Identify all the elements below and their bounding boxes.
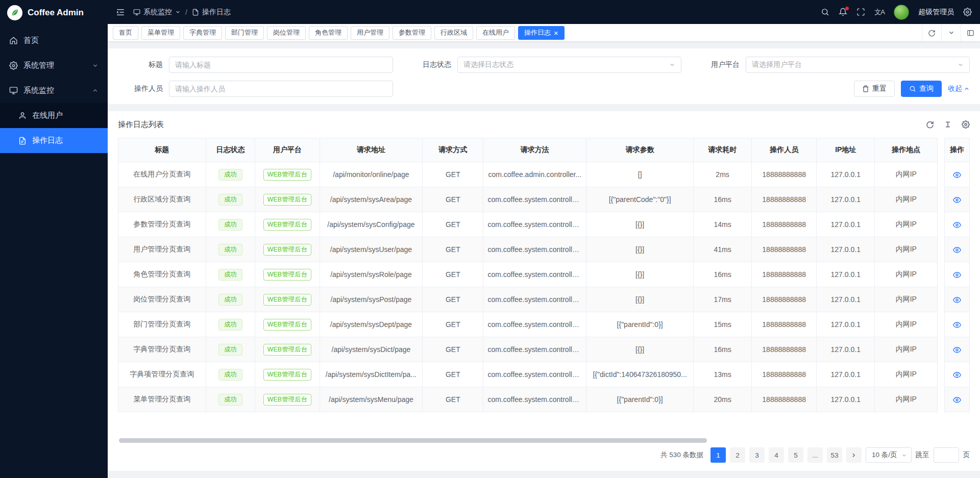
search-button[interactable]: 查询	[901, 81, 942, 97]
breadcrumb-item-monitor[interactable]: 系统监控	[133, 8, 181, 17]
refresh-tab-icon[interactable]	[922, 24, 941, 41]
view-detail-icon[interactable]	[953, 321, 961, 329]
cell-params: [{"parentId":0}]	[586, 387, 694, 412]
row-height-icon[interactable]	[944, 120, 952, 129]
filter-field-user-platform: 用户平台 请选择用户平台	[695, 57, 970, 73]
refresh-table-icon[interactable]	[926, 120, 934, 129]
tab-操作日志[interactable]: 操作日志×	[518, 26, 565, 40]
view-detail-icon[interactable]	[953, 171, 961, 179]
view-detail-icon[interactable]	[953, 371, 961, 379]
notification-bell-icon[interactable]	[839, 8, 847, 16]
cell-params: [{}]	[586, 262, 694, 287]
breadcrumb-label: 操作日志	[202, 8, 231, 17]
app-logo[interactable]: Coffee Admin	[0, 0, 108, 25]
fullscreen-icon[interactable]	[856, 8, 865, 16]
cell-method: GET	[423, 162, 483, 187]
page-button-3[interactable]: 3	[749, 447, 765, 463]
page-ellipsis[interactable]: ...	[807, 447, 823, 463]
next-page-button[interactable]	[846, 447, 862, 463]
log-table: 标题日志状态用户平台请求地址请求方式请求方法请求参数请求耗时操作人员IP地址操作…	[118, 138, 970, 412]
tab-角色管理[interactable]: 角色管理	[309, 26, 348, 40]
cell-location: 内网IP	[875, 337, 938, 362]
view-detail-icon[interactable]	[953, 246, 961, 254]
collapse-filters-button[interactable]: 收起	[948, 84, 970, 93]
field-label: 日志状态	[406, 60, 457, 69]
cell-url: /api/system/sysPost/page	[320, 287, 423, 312]
tab-用户管理[interactable]: 用户管理	[351, 26, 389, 40]
tab-首页[interactable]: 首页	[113, 26, 138, 40]
sidebar-item-home[interactable]: 首页	[0, 28, 108, 53]
view-detail-icon[interactable]	[953, 396, 961, 404]
logo-icon	[7, 5, 22, 20]
table-row: 岗位管理分页查询成功WEB管理后台/api/system/sysPost/pag…	[118, 287, 970, 312]
jump-unit: 页	[963, 450, 970, 460]
horizontal-scrollbar-thumb[interactable]	[119, 438, 707, 443]
page-button-5[interactable]: 5	[788, 447, 803, 463]
status-badge: 成功	[218, 294, 242, 306]
view-detail-icon[interactable]	[953, 271, 961, 279]
chevron-down-icon	[901, 452, 907, 458]
layout-panel-icon[interactable]	[961, 24, 980, 41]
cell-ip: 127.0.0.1	[817, 262, 875, 287]
column-header: 请求方式	[423, 138, 483, 162]
cell-handler: com.coffee.system.controlle...	[483, 387, 586, 412]
collapse-sidebar-icon[interactable]	[116, 8, 125, 17]
sidebar-item-system-management[interactable]: 系统管理	[0, 53, 108, 78]
tab-参数管理[interactable]: 参数管理	[393, 26, 431, 40]
cell-method: GET	[423, 337, 483, 362]
log-status-select[interactable]: 请选择日志状态	[457, 57, 681, 73]
user-avatar[interactable]	[894, 5, 909, 20]
column-settings-gear-icon[interactable]	[962, 120, 970, 129]
user-platform-select[interactable]: 请选择用户平台	[746, 57, 970, 73]
view-detail-icon[interactable]	[953, 346, 961, 354]
page-button-2[interactable]: 2	[730, 447, 745, 463]
tab-菜单管理[interactable]: 菜单管理	[141, 26, 180, 40]
title-input[interactable]	[175, 61, 387, 69]
platform-badge: WEB管理后台	[263, 319, 311, 331]
tab-在线用户[interactable]: 在线用户	[476, 26, 515, 40]
cell-handler: com.coffee.system.controlle...	[483, 212, 586, 237]
page-button-1[interactable]: 1	[710, 447, 726, 463]
tab-label: 行政区域	[440, 28, 467, 37]
cell-operator: 18888888888	[752, 337, 817, 362]
tab-部门管理[interactable]: 部门管理	[225, 26, 264, 40]
status-badge: 成功	[218, 394, 242, 406]
cell-params: [{}]	[586, 212, 694, 237]
sidebar-item-online-users[interactable]: 在线用户	[0, 103, 108, 128]
close-tab-icon[interactable]: ×	[554, 29, 558, 37]
sidebar-item-system-monitor[interactable]: 系统监控	[0, 78, 108, 103]
sidebar-item-operation-log[interactable]: 操作日志	[0, 128, 108, 153]
settings-gear-icon[interactable]	[963, 8, 972, 16]
cell-method: GET	[423, 362, 483, 387]
cell-duration: 20ms	[694, 387, 752, 412]
view-detail-icon[interactable]	[953, 196, 961, 204]
user-name[interactable]: 超级管理员	[918, 8, 954, 17]
cell-params: [{"parentId":0}]	[586, 312, 694, 337]
cell-platform: WEB管理后台	[255, 362, 320, 387]
operator-input[interactable]	[175, 85, 387, 93]
page-button-4[interactable]: 4	[769, 447, 784, 463]
home-icon	[9, 36, 18, 45]
tab-actions-chevron-icon[interactable]	[941, 24, 961, 41]
status-badge: 成功	[218, 244, 242, 256]
page-button-53[interactable]: 53	[827, 447, 842, 463]
breadcrumb: 系统监控 / 操作日志	[133, 8, 231, 17]
tab-岗位管理[interactable]: 岗位管理	[267, 26, 306, 40]
cell-operator: 18888888888	[752, 387, 817, 412]
reset-button[interactable]: 重置	[854, 81, 895, 97]
page-size-select[interactable]: 10 条/页	[866, 447, 912, 463]
cell-ip: 127.0.0.1	[817, 362, 875, 387]
cell-operator: 18888888888	[752, 212, 817, 237]
view-detail-icon[interactable]	[953, 221, 961, 229]
tab-字典管理[interactable]: 字典管理	[183, 26, 222, 40]
tab-行政区域[interactable]: 行政区域	[434, 26, 473, 40]
view-detail-icon[interactable]	[953, 296, 961, 304]
jump-page-input[interactable]	[934, 447, 959, 463]
cell-title: 用户管理分页查询	[118, 237, 206, 262]
translate-icon[interactable]: 文A	[874, 8, 885, 17]
cell-platform: WEB管理后台	[255, 162, 320, 187]
status-badge: 成功	[218, 269, 242, 281]
cell-url: /api/system/sysMenu/page	[320, 387, 423, 412]
search-icon[interactable]	[821, 8, 829, 16]
cell-location: 内网IP	[875, 287, 938, 312]
